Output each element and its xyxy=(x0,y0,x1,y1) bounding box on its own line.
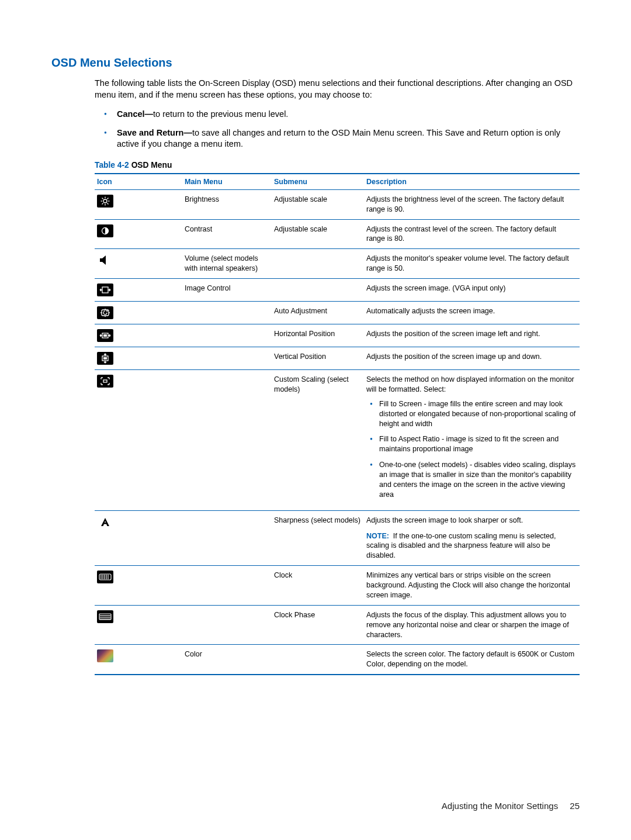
svg-line-5 xyxy=(102,198,103,199)
table-row: Contrast Adjustable scale Adjusts the co… xyxy=(95,219,580,249)
description-cell: Adjusts the position of the screen image… xyxy=(364,347,580,370)
intro-bullet: Cancel—to return to the previous menu le… xyxy=(117,109,580,120)
custom-scaling-icon xyxy=(97,375,113,388)
description-text: Selects the method on how displayed info… xyxy=(366,375,574,393)
contrast-icon xyxy=(97,224,113,237)
submenu-cell: Adjustable scale xyxy=(272,219,364,249)
table-row: Sharpness (select models) Adjusts the sc… xyxy=(95,510,580,566)
main-menu-cell xyxy=(182,347,272,370)
main-menu-cell xyxy=(182,370,272,511)
svg-line-7 xyxy=(108,198,109,199)
main-menu-cell xyxy=(182,324,272,347)
clock-icon xyxy=(97,571,113,583)
color-icon xyxy=(97,649,113,662)
main-menu-cell: Image Control xyxy=(182,279,272,302)
note-text: If the one-to-one custom scaling menu is… xyxy=(366,532,556,560)
submenu-cell: Auto Adjustment xyxy=(272,302,364,324)
table-row: Auto Adjustment Automatically adjusts th… xyxy=(95,302,580,324)
image-control-icon xyxy=(97,284,113,296)
table-header-row: Icon Main Menu Submenu Description xyxy=(95,174,580,190)
bullet-bold: Cancel— xyxy=(117,109,153,119)
footer-page-number: 25 xyxy=(570,801,580,811)
osd-table-wrap: Table 4-2 OSD Menu Icon Main Menu Submen… xyxy=(95,161,580,675)
description-subitem: Fill to Screen - image fills the entire … xyxy=(379,399,576,429)
volume-icon xyxy=(97,254,113,267)
note-label: NOTE: xyxy=(366,532,389,540)
svg-line-6 xyxy=(108,203,109,204)
footer-section: Adjusting the Monitor Settings xyxy=(442,801,558,811)
intro-bullet: Save and Return—to save all changes and … xyxy=(117,127,580,150)
osd-table: Icon Main Menu Submenu Description Brigh… xyxy=(95,173,580,675)
main-menu-cell: Volume (select models with internal spea… xyxy=(182,249,272,279)
main-menu-cell: Contrast xyxy=(182,219,272,249)
svg-rect-10 xyxy=(102,287,108,293)
description-cell: Adjusts the brightness level of the scre… xyxy=(364,189,580,219)
table-title: OSD Menu xyxy=(129,161,172,170)
intro-bullet-list: Cancel—to return to the previous menu le… xyxy=(95,109,580,150)
bullet-text: to return to the previous menu level. xyxy=(153,109,288,119)
svg-point-0 xyxy=(103,199,107,203)
description-note: NOTE: If the one-to-one custom scaling m… xyxy=(366,531,576,561)
description-cell: Adjusts the screen image. (VGA input onl… xyxy=(364,279,580,302)
submenu-cell: Clock Phase xyxy=(272,605,364,645)
submenu-cell: Custom Scaling (select models) xyxy=(272,370,364,511)
submenu-cell xyxy=(272,279,364,302)
submenu-cell: Horizontal Position xyxy=(272,324,364,347)
description-subitem: One-to-one (select models) - disables vi… xyxy=(379,460,576,500)
description-cell: Adjusts the position of the screen image… xyxy=(364,324,580,347)
col-header-sub: Submenu xyxy=(272,174,364,190)
description-cell: Automatically adjusts the screen image. xyxy=(364,302,580,324)
submenu-cell: Sharpness (select models) xyxy=(272,510,364,566)
page-container: OSD Menu Selections The following table … xyxy=(0,0,631,840)
v-position-icon xyxy=(97,352,113,365)
section-heading: OSD Menu Selections xyxy=(51,56,580,70)
table-row: Clock Minimizes any vertical bars or str… xyxy=(95,566,580,606)
svg-rect-13 xyxy=(103,334,107,337)
description-cell: Minimizes any vertical bars or strips vi… xyxy=(364,566,580,606)
description-cell: Adjusts the monitor's speaker volume lev… xyxy=(364,249,580,279)
table-row: Color Selects the screen color. The fact… xyxy=(95,645,580,675)
submenu-cell: Clock xyxy=(272,566,364,606)
intro-text: The following table lists the On-Screen … xyxy=(95,78,580,101)
table-caption: Table 4-2 OSD Menu xyxy=(95,161,580,170)
main-menu-cell xyxy=(182,566,272,606)
description-text: Adjusts the screen image to look sharper… xyxy=(366,516,576,526)
svg-rect-15 xyxy=(103,357,107,359)
table-number: Table 4-2 xyxy=(95,161,129,170)
bullet-bold: Save and Return— xyxy=(117,128,192,137)
sharpness-icon xyxy=(97,516,113,528)
description-cell: Selects the screen color. The factory de… xyxy=(364,645,580,675)
col-header-desc: Description xyxy=(364,174,580,190)
submenu-cell: Adjustable scale xyxy=(272,189,364,219)
main-menu-cell: Color xyxy=(182,645,272,675)
main-menu-cell xyxy=(182,510,272,566)
table-row: Clock Phase Adjusts the focus of the dis… xyxy=(95,605,580,645)
svg-line-8 xyxy=(102,203,103,204)
col-header-icon: Icon xyxy=(95,174,182,190)
h-position-icon xyxy=(97,329,113,342)
table-row: Horizontal Position Adjusts the position… xyxy=(95,324,580,347)
main-menu-cell xyxy=(182,605,272,645)
description-cell: Adjusts the contrast level of the screen… xyxy=(364,219,580,249)
svg-rect-16 xyxy=(103,380,107,382)
table-row: Custom Scaling (select models) Selects t… xyxy=(95,370,580,511)
submenu-cell xyxy=(272,249,364,279)
main-menu-cell: Brightness xyxy=(182,189,272,219)
brightness-icon xyxy=(97,195,113,208)
table-row: Brightness Adjustable scale Adjusts the … xyxy=(95,189,580,219)
description-sublist: Fill to Screen - image fills the entire … xyxy=(366,399,576,500)
description-cell: Adjusts the screen image to look sharper… xyxy=(364,510,580,566)
submenu-cell xyxy=(272,645,364,675)
auto-adjust-icon xyxy=(97,306,113,319)
table-row: Image Control Adjusts the screen image. … xyxy=(95,279,580,302)
table-row: Volume (select models with internal spea… xyxy=(95,249,580,279)
page-footer: Adjusting the Monitor Settings 25 xyxy=(442,801,580,811)
submenu-cell: Vertical Position xyxy=(272,347,364,370)
description-cell: Adjusts the focus of the display. This a… xyxy=(364,605,580,645)
table-row: Vertical Position Adjusts the position o… xyxy=(95,347,580,370)
description-subitem: Fill to Aspect Ratio - image is sized to… xyxy=(379,434,576,454)
col-header-main: Main Menu xyxy=(182,174,272,190)
main-menu-cell xyxy=(182,302,272,324)
description-cell: Selects the method on how displayed info… xyxy=(364,370,580,511)
clock-phase-icon xyxy=(97,610,113,623)
